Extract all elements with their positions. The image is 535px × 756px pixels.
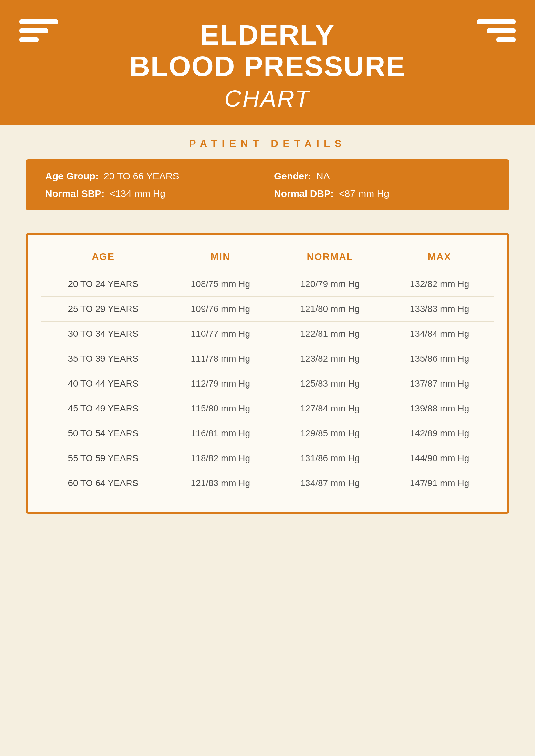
cell-max-7: 144/90 mm Hg bbox=[385, 446, 494, 471]
col-header-age: AGE bbox=[41, 245, 166, 272]
line-left-2 bbox=[19, 28, 48, 33]
cell-normal-6: 129/85 mm Hg bbox=[275, 421, 385, 446]
patient-details-section: PATIENT DETAILS Age Group: 20 TO 66 YEAR… bbox=[0, 125, 535, 220]
blood-pressure-table: AGE MIN NORMAL MAX 20 TO 24 YEARS108/75 … bbox=[41, 245, 494, 496]
cell-age-0: 20 TO 24 YEARS bbox=[41, 272, 166, 297]
table-header-row: AGE MIN NORMAL MAX bbox=[41, 245, 494, 272]
cell-min-2: 110/77 mm Hg bbox=[166, 321, 275, 346]
cell-normal-0: 120/79 mm Hg bbox=[275, 272, 385, 297]
cell-min-4: 112/79 mm Hg bbox=[166, 371, 275, 396]
normal-dbp-label: Normal DBP: bbox=[274, 188, 334, 199]
cell-age-4: 40 TO 44 YEARS bbox=[41, 371, 166, 396]
cell-max-0: 132/82 mm Hg bbox=[385, 272, 494, 297]
cell-normal-2: 122/81 mm Hg bbox=[275, 321, 385, 346]
cell-min-5: 115/80 mm Hg bbox=[166, 396, 275, 421]
cell-min-7: 118/82 mm Hg bbox=[166, 446, 275, 471]
cell-age-8: 60 TO 64 YEARS bbox=[41, 471, 166, 496]
cell-max-8: 147/91 mm Hg bbox=[385, 471, 494, 496]
table-row: 55 TO 59 YEARS118/82 mm Hg131/86 mm Hg14… bbox=[41, 446, 494, 471]
cell-age-2: 30 TO 34 YEARS bbox=[41, 321, 166, 346]
line-right-2 bbox=[487, 28, 516, 33]
normal-dbp-item: Normal DBP: <87 mm Hg bbox=[274, 188, 490, 199]
col-header-normal: NORMAL bbox=[275, 245, 385, 272]
cell-max-1: 133/83 mm Hg bbox=[385, 296, 494, 321]
cell-max-4: 137/87 mm Hg bbox=[385, 371, 494, 396]
table-row: 30 TO 34 YEARS110/77 mm Hg122/81 mm Hg13… bbox=[41, 321, 494, 346]
cell-max-5: 139/88 mm Hg bbox=[385, 396, 494, 421]
cell-max-6: 142/89 mm Hg bbox=[385, 421, 494, 446]
table-row: 60 TO 64 YEARS121/83 mm Hg134/87 mm Hg14… bbox=[41, 471, 494, 496]
age-group-item: Age Group: 20 TO 66 YEARS bbox=[45, 171, 261, 182]
cell-age-5: 45 TO 49 YEARS bbox=[41, 396, 166, 421]
header-section: ELDERLY BLOOD PRESSURE CHART bbox=[0, 0, 535, 125]
cell-normal-8: 134/87 mm Hg bbox=[275, 471, 385, 496]
cell-max-2: 134/84 mm Hg bbox=[385, 321, 494, 346]
line-right-1 bbox=[477, 19, 516, 24]
title-line1: ELDERLY bbox=[200, 19, 335, 51]
line-right-3 bbox=[496, 38, 516, 42]
line-left-3 bbox=[19, 38, 39, 42]
table-inner: AGE MIN NORMAL MAX 20 TO 24 YEARS108/75 … bbox=[28, 235, 507, 512]
age-group-label: Age Group: bbox=[45, 171, 99, 182]
col-header-min: MIN bbox=[166, 245, 275, 272]
table-section: AGE MIN NORMAL MAX 20 TO 24 YEARS108/75 … bbox=[0, 220, 535, 756]
cell-normal-1: 121/80 mm Hg bbox=[275, 296, 385, 321]
table-container: AGE MIN NORMAL MAX 20 TO 24 YEARS108/75 … bbox=[26, 233, 509, 513]
cell-age-1: 25 TO 29 YEARS bbox=[41, 296, 166, 321]
cell-min-6: 116/81 mm Hg bbox=[166, 421, 275, 446]
cell-age-3: 35 TO 39 YEARS bbox=[41, 346, 166, 371]
gender-item: Gender: NA bbox=[274, 171, 490, 182]
gender-value: NA bbox=[316, 171, 330, 182]
table-row: 40 TO 44 YEARS112/79 mm Hg125/83 mm Hg13… bbox=[41, 371, 494, 396]
cell-max-3: 135/86 mm Hg bbox=[385, 346, 494, 371]
table-row: 45 TO 49 YEARS115/80 mm Hg127/84 mm Hg13… bbox=[41, 396, 494, 421]
decorative-lines-left bbox=[19, 19, 58, 42]
col-header-max: MAX bbox=[385, 245, 494, 272]
decorative-lines-right bbox=[477, 19, 516, 42]
cell-min-0: 108/75 mm Hg bbox=[166, 272, 275, 297]
cell-age-6: 50 TO 54 YEARS bbox=[41, 421, 166, 446]
line-left-1 bbox=[19, 19, 58, 24]
table-row: 35 TO 39 YEARS111/78 mm Hg123/82 mm Hg13… bbox=[41, 346, 494, 371]
cell-min-8: 121/83 mm Hg bbox=[166, 471, 275, 496]
cell-min-3: 111/78 mm Hg bbox=[166, 346, 275, 371]
normal-sbp-label: Normal SBP: bbox=[45, 188, 104, 199]
table-row: 20 TO 24 YEARS108/75 mm Hg120/79 mm Hg13… bbox=[41, 272, 494, 297]
cell-min-1: 109/76 mm Hg bbox=[166, 296, 275, 321]
patient-details-grid: Age Group: 20 TO 66 YEARS Gender: NA Nor… bbox=[26, 160, 509, 210]
normal-dbp-value: <87 mm Hg bbox=[339, 188, 389, 199]
patient-details-title: PATIENT DETAILS bbox=[26, 134, 509, 150]
age-group-value: 20 TO 66 YEARS bbox=[104, 171, 179, 182]
cell-normal-4: 125/83 mm Hg bbox=[275, 371, 385, 396]
normal-sbp-item: Normal SBP: <134 mm Hg bbox=[45, 188, 261, 199]
cell-normal-3: 123/82 mm Hg bbox=[275, 346, 385, 371]
cell-normal-7: 131/86 mm Hg bbox=[275, 446, 385, 471]
normal-sbp-value: <134 mm Hg bbox=[109, 188, 165, 199]
title-line2: BLOOD PRESSURE bbox=[129, 51, 406, 82]
table-row: 25 TO 29 YEARS109/76 mm Hg121/80 mm Hg13… bbox=[41, 296, 494, 321]
cell-normal-5: 127/84 mm Hg bbox=[275, 396, 385, 421]
title-sub: CHART bbox=[225, 85, 311, 112]
gender-label: Gender: bbox=[274, 171, 311, 182]
cell-age-7: 55 TO 59 YEARS bbox=[41, 446, 166, 471]
table-row: 50 TO 54 YEARS116/81 mm Hg129/85 mm Hg14… bbox=[41, 421, 494, 446]
